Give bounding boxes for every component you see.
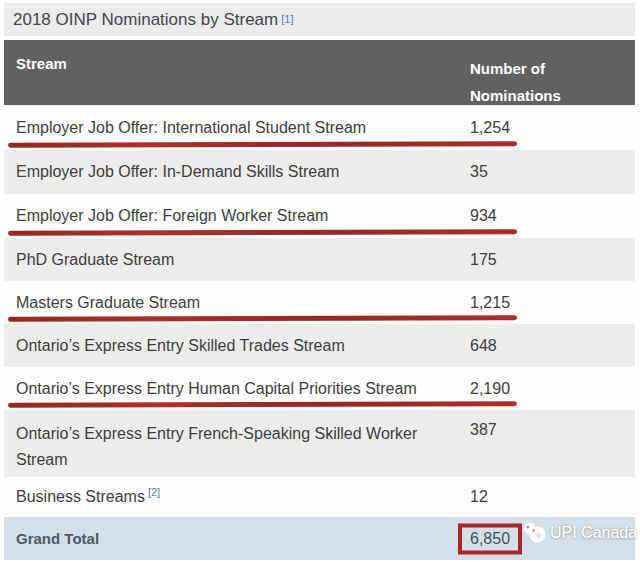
table-body: Employer Job Offer: International Studen… xyxy=(4,105,635,517)
table-row: Ontario’s Express Entry French-Speaking … xyxy=(4,410,635,477)
table-title-bar: 2018 OINP Nominations by Stream [1] xyxy=(4,3,635,36)
footnote-link-2[interactable]: [2] xyxy=(148,486,160,498)
nominations-value: 175 xyxy=(470,251,497,269)
upi-logo-icon xyxy=(522,521,548,545)
red-underline-annotation xyxy=(8,315,517,321)
table-header-row: Stream Number of Nominations xyxy=(4,40,635,105)
red-underline-annotation xyxy=(8,141,517,147)
nominations-value: 1,254 xyxy=(470,119,510,137)
table-title: 2018 OINP Nominations by Stream xyxy=(13,10,278,30)
stream-name: Employer Job Offer: Foreign Worker Strea… xyxy=(16,207,328,224)
grand-total-row: Grand Total 6,850 UPI Canada xyxy=(4,517,635,560)
stream-name: Ontario’s Express Entry Human Capital Pr… xyxy=(16,380,417,397)
table-row: Masters Graduate Stream 1,215 xyxy=(4,281,635,324)
grand-total-label: Grand Total xyxy=(4,530,99,547)
nominations-value: 934 xyxy=(470,207,497,225)
nominations-value: 1,215 xyxy=(470,294,510,312)
column-header-nominations: Number of Nominations xyxy=(470,55,590,109)
stream-name: Employer Job Offer: In-Demand Skills Str… xyxy=(16,163,339,180)
watermark: UPI Canada xyxy=(522,521,637,545)
stream-name: PhD Graduate Stream xyxy=(16,251,174,268)
grand-total-value: 6,850 xyxy=(470,529,510,546)
stream-name: Masters Graduate Stream xyxy=(16,294,200,311)
stream-name: Ontario’s Express Entry Skilled Trades S… xyxy=(16,337,345,354)
table-row: PhD Graduate Stream 175 xyxy=(4,238,635,281)
nominations-value: 387 xyxy=(470,421,497,439)
red-box-annotation: 6,850 xyxy=(458,523,522,554)
nominations-value: 648 xyxy=(470,337,497,355)
nominations-value: 35 xyxy=(470,163,488,181)
footnote-link-1[interactable]: [1] xyxy=(281,14,293,25)
table-row: Employer Job Offer: International Studen… xyxy=(4,105,635,150)
nominations-value: 12 xyxy=(470,488,488,506)
stream-name: Business Streams xyxy=(16,488,145,505)
table-row: Employer Job Offer: Foreign Worker Strea… xyxy=(4,194,635,238)
column-header-stream: Stream xyxy=(16,55,67,72)
table-row: Business Streams[2] 12 xyxy=(4,477,635,517)
nominations-table: Stream Number of Nominations Employer Jo… xyxy=(4,40,635,560)
red-underline-annotation xyxy=(8,401,517,407)
table-row: Ontario’s Express Entry Skilled Trades S… xyxy=(4,324,635,367)
red-underline-annotation xyxy=(8,229,517,235)
table-row: Employer Job Offer: In-Demand Skills Str… xyxy=(4,150,635,194)
stream-name: Ontario’s Express Entry French-Speaking … xyxy=(16,425,417,468)
watermark-text: UPI Canada xyxy=(550,524,637,542)
oinp-nominations-page: 2018 OINP Nominations by Stream [1] Stre… xyxy=(0,0,640,560)
stream-name: Employer Job Offer: International Studen… xyxy=(16,119,366,136)
table-row: Ontario’s Express Entry Human Capital Pr… xyxy=(4,367,635,410)
nominations-value: 2,190 xyxy=(470,380,510,398)
